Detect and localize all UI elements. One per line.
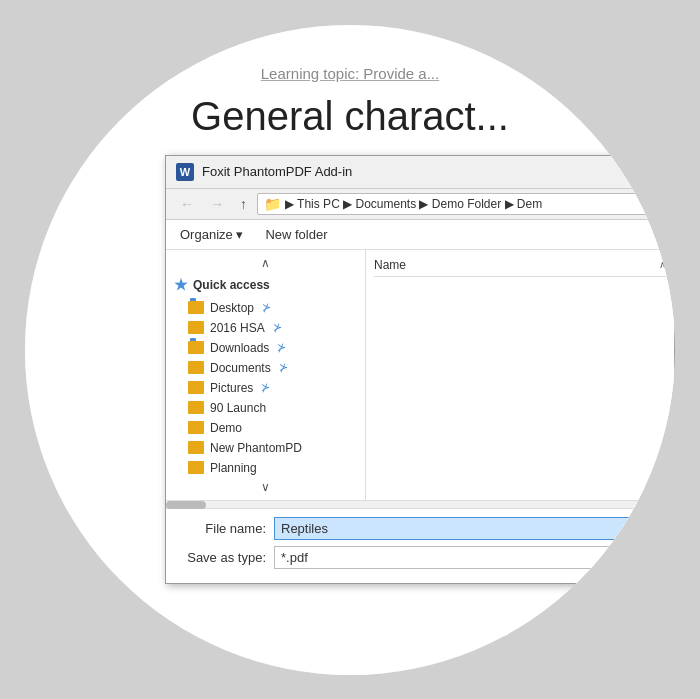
sort-arrow-icon: ∧ <box>659 259 666 270</box>
nav-item-label: 2016 HSA <box>210 321 265 335</box>
dialog-title: Foxit PhantomPDF Add-in <box>202 164 664 179</box>
nav-item-newphantom[interactable]: New PhantomPD <box>166 438 365 458</box>
h-scroll-thumb <box>166 501 206 509</box>
bg-subtitle: Learning topic: Provide a... <box>261 65 439 82</box>
body-main: ∧ ★ Quick access Desktop ⊁ 2016 HSA <box>166 250 674 500</box>
up-button[interactable]: ↑ <box>234 193 253 215</box>
folder-icon <box>188 381 204 394</box>
breadcrumb-path: ▶ This PC ▶ Documents ▶ Demo Folder ▶ De… <box>285 197 542 211</box>
organize-button[interactable]: Organize ▾ <box>174 224 249 245</box>
dialog-bottom: File name: Save as type: <box>166 508 674 583</box>
nav-item-2016hsa[interactable]: 2016 HSA ⊁ <box>166 318 365 338</box>
nav-item-downloads[interactable]: Downloads ⊁ <box>166 338 365 358</box>
folder-icon <box>188 441 204 454</box>
nav-item-label: 90 Launch <box>210 401 266 415</box>
folder-icon <box>188 461 204 474</box>
forward-button[interactable]: → <box>204 193 230 215</box>
pin-icon: ⊁ <box>279 361 288 374</box>
breadcrumb[interactable]: 📁 ▶ This PC ▶ Documents ▶ Demo Folder ▶ … <box>257 193 666 215</box>
pin-icon: ⊁ <box>261 381 270 394</box>
save-dialog: W Foxit PhantomPDF Add-in ← → ↑ 📁 ▶ This… <box>165 155 675 584</box>
breadcrumb-folder-icon: 📁 <box>264 196 281 212</box>
dialog-actions: Organize ▾ New folder <box>166 220 674 250</box>
pin-icon: ⊁ <box>277 341 286 354</box>
nav-item-label: Desktop <box>210 301 254 315</box>
pin-icon: ⊁ <box>262 301 271 314</box>
nav-item-planning[interactable]: Planning <box>166 458 365 478</box>
dialog-titlebar: W Foxit PhantomPDF Add-in <box>166 156 674 189</box>
savetype-row: Save as type: <box>176 546 664 569</box>
dialog-toolbar: ← → ↑ 📁 ▶ This PC ▶ Documents ▶ Demo Fol… <box>166 189 674 220</box>
back-button[interactable]: ← <box>174 193 200 215</box>
savetype-label: Save as type: <box>176 550 266 565</box>
nav-item-90launch[interactable]: 90 Launch <box>166 398 365 418</box>
folder-icon <box>188 401 204 414</box>
pin-icon: ⊁ <box>273 321 282 334</box>
nav-item-label: Demo <box>210 421 242 435</box>
quick-access-star-icon: ★ <box>174 276 187 294</box>
quick-access-section: ★ Quick access <box>166 272 365 298</box>
filename-label: File name: <box>176 521 266 536</box>
new-folder-button[interactable]: New folder <box>259 224 333 245</box>
right-panel: Name ∧ <box>366 250 674 500</box>
left-panel: ∧ ★ Quick access Desktop ⊁ 2016 HSA <box>166 250 366 500</box>
nav-item-label: Pictures <box>210 381 253 395</box>
filename-row: File name: <box>176 517 664 540</box>
right-panel-header: Name ∧ <box>374 254 666 277</box>
nav-item-desktop[interactable]: Desktop ⊁ <box>166 298 365 318</box>
scroll-down-indicator: ∨ <box>166 478 365 496</box>
scroll-up-indicator: ∧ <box>166 254 365 272</box>
nav-item-label: Documents <box>210 361 271 375</box>
folder-icon <box>188 361 204 374</box>
nav-item-pictures[interactable]: Pictures ⊁ <box>166 378 365 398</box>
folder-icon <box>188 341 204 354</box>
column-name-header: Name <box>374 258 659 272</box>
savetype-input[interactable] <box>274 546 664 569</box>
filename-input[interactable] <box>274 517 664 540</box>
bg-title: General charact... <box>191 94 509 139</box>
nav-item-label: Planning <box>210 461 257 475</box>
nav-item-label: Downloads <box>210 341 269 355</box>
horizontal-scrollbar[interactable] <box>166 500 674 508</box>
quick-access-label: Quick access <box>193 278 270 292</box>
folder-icon <box>188 321 204 334</box>
folder-icon <box>188 421 204 434</box>
dialog-body-wrapper: ∧ ★ Quick access Desktop ⊁ 2016 HSA <box>166 250 674 508</box>
folder-icon <box>188 301 204 314</box>
nav-item-documents[interactable]: Documents ⊁ <box>166 358 365 378</box>
nav-item-demo[interactable]: Demo <box>166 418 365 438</box>
word-icon: W <box>176 163 194 181</box>
circle-container: Learning topic: Provide a... General cha… <box>25 25 675 675</box>
nav-item-label: New PhantomPD <box>210 441 302 455</box>
